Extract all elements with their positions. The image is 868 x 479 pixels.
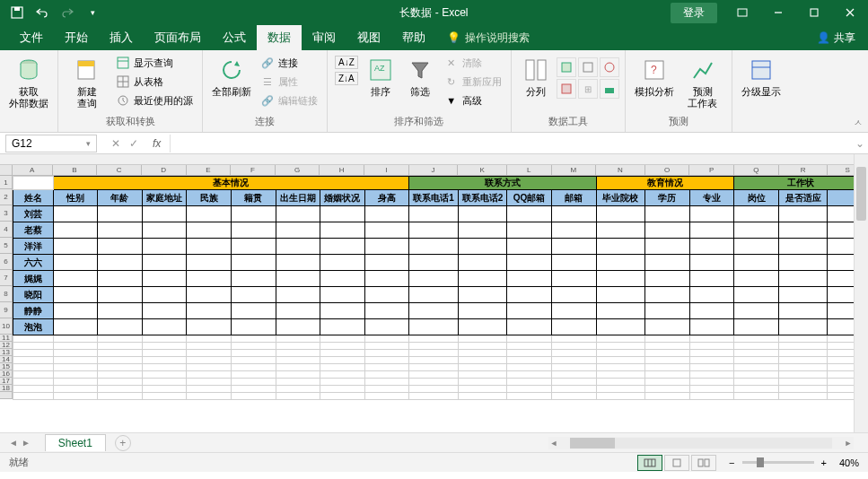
col-header[interactable]: C xyxy=(97,165,142,176)
row-header[interactable]: 8 xyxy=(0,286,13,302)
name-box[interactable]: G12 ▾ xyxy=(5,135,97,152)
data-cell[interactable] xyxy=(142,239,187,255)
empty-cell[interactable] xyxy=(364,343,409,350)
from-table-button[interactable]: 从表格 xyxy=(112,73,197,91)
empty-cell[interactable] xyxy=(458,357,507,364)
column-header-cell[interactable]: 学历 xyxy=(645,190,690,206)
zoom-slider[interactable] xyxy=(742,461,814,464)
data-cell[interactable] xyxy=(98,206,143,222)
empty-cell[interactable] xyxy=(231,371,276,379)
column-header-cell[interactable]: 家庭地址 xyxy=(142,190,187,206)
empty-cell[interactable] xyxy=(458,371,507,379)
empty-cell[interactable] xyxy=(98,335,143,343)
empty-cell[interactable] xyxy=(458,379,507,386)
tab-layout[interactable]: 页面布局 xyxy=(144,25,212,50)
empty-cell[interactable] xyxy=(645,371,690,379)
empty-cell[interactable] xyxy=(507,364,552,371)
data-cell[interactable] xyxy=(734,239,779,255)
row-header[interactable]: 5 xyxy=(0,238,13,254)
empty-cell[interactable] xyxy=(645,393,690,400)
chevron-down-icon[interactable]: ▾ xyxy=(86,139,91,148)
data-cell[interactable] xyxy=(98,255,143,271)
column-header-cell[interactable]: 联系电话2 xyxy=(458,190,507,206)
enter-icon[interactable]: ✓ xyxy=(129,137,138,150)
empty-cell[interactable] xyxy=(689,350,734,357)
empty-cell[interactable] xyxy=(409,335,459,343)
empty-cell[interactable] xyxy=(320,335,365,343)
data-cell[interactable]: 六六 xyxy=(13,255,54,271)
data-cell[interactable] xyxy=(596,303,645,319)
data-cell[interactable] xyxy=(778,303,828,319)
empty-cell[interactable] xyxy=(142,357,187,364)
empty-cell[interactable] xyxy=(13,335,54,343)
data-cell[interactable] xyxy=(53,255,98,271)
empty-cell[interactable] xyxy=(645,364,690,371)
data-cell[interactable] xyxy=(778,271,828,287)
data-cell[interactable] xyxy=(734,287,779,303)
empty-cell[interactable] xyxy=(276,335,320,343)
data-cell[interactable] xyxy=(551,206,596,222)
data-cell[interactable] xyxy=(458,287,507,303)
empty-cell[interactable] xyxy=(645,379,690,386)
empty-cell[interactable] xyxy=(98,357,143,364)
empty-cell[interactable] xyxy=(13,379,54,386)
data-cell[interactable] xyxy=(231,271,276,287)
empty-cell[interactable] xyxy=(507,386,552,393)
edit-links-button[interactable]: 🔗编辑链接 xyxy=(257,91,321,109)
data-cell[interactable]: 娓娓 xyxy=(13,271,54,287)
data-cell[interactable] xyxy=(231,206,276,222)
empty-cell[interactable] xyxy=(689,371,734,379)
empty-cell[interactable] xyxy=(187,350,232,357)
data-cell[interactable] xyxy=(689,287,734,303)
empty-cell[interactable] xyxy=(98,371,143,379)
empty-cell[interactable] xyxy=(142,343,187,350)
data-cell[interactable] xyxy=(320,287,365,303)
empty-cell[interactable] xyxy=(231,364,276,371)
empty-cell[interactable] xyxy=(13,357,54,364)
data-cell[interactable] xyxy=(187,287,232,303)
empty-cell[interactable] xyxy=(142,371,187,379)
normal-view-button[interactable] xyxy=(637,455,662,471)
group-header-cell[interactable]: 联系方式 xyxy=(409,177,596,190)
column-header-cell[interactable]: 毕业院校 xyxy=(596,190,645,206)
group-header-cell[interactable]: 基本情况 xyxy=(53,177,409,190)
data-cell[interactable]: 老蔡 xyxy=(13,222,54,239)
fx-icon[interactable]: fx xyxy=(153,137,161,150)
tab-data[interactable]: 数据 xyxy=(257,25,302,50)
empty-cell[interactable] xyxy=(276,393,320,400)
data-cell[interactable] xyxy=(551,271,596,287)
data-cell[interactable] xyxy=(596,319,645,335)
data-cell[interactable] xyxy=(645,287,690,303)
empty-cell[interactable] xyxy=(551,357,596,364)
data-cell[interactable] xyxy=(778,206,828,222)
empty-cell[interactable] xyxy=(13,343,54,350)
empty-cell[interactable] xyxy=(98,364,143,371)
empty-cell[interactable] xyxy=(364,335,409,343)
get-external-data-button[interactable]: 获取 外部数据 xyxy=(5,54,52,111)
data-cell[interactable] xyxy=(53,222,98,239)
empty-cell[interactable] xyxy=(320,350,365,357)
empty-cell[interactable] xyxy=(596,386,645,393)
data-cell[interactable] xyxy=(187,222,232,239)
row-header[interactable]: 6 xyxy=(0,254,13,270)
data-cell[interactable] xyxy=(507,255,552,271)
data-cell[interactable] xyxy=(53,319,98,335)
data-cell[interactable] xyxy=(409,239,459,255)
empty-cell[interactable] xyxy=(778,350,828,357)
data-cell[interactable] xyxy=(187,206,232,222)
data-val-button[interactable] xyxy=(600,57,619,77)
empty-cell[interactable] xyxy=(231,357,276,364)
empty-cell[interactable] xyxy=(142,350,187,357)
data-cell[interactable] xyxy=(596,255,645,271)
empty-cell[interactable] xyxy=(13,393,54,400)
data-cell[interactable] xyxy=(734,319,779,335)
data-cell[interactable] xyxy=(231,319,276,335)
data-cell[interactable]: 洋洋 xyxy=(13,239,54,255)
column-header-cell[interactable]: 邮箱 xyxy=(551,190,596,206)
show-query-button[interactable]: 显示查询 xyxy=(112,54,197,72)
empty-cell[interactable] xyxy=(778,364,828,371)
data-cell[interactable] xyxy=(596,222,645,239)
column-header-cell[interactable]: 民族 xyxy=(187,190,232,206)
data-cell[interactable] xyxy=(187,271,232,287)
data-cell[interactable] xyxy=(364,222,409,239)
